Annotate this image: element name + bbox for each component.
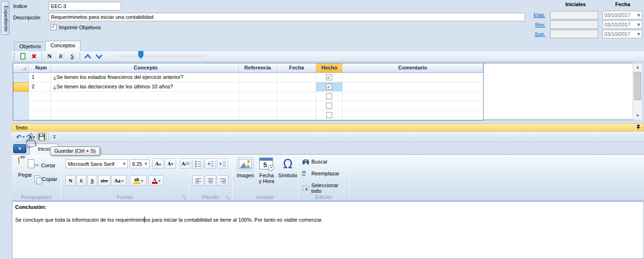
rev-link[interactable]: Rev.: [530, 22, 545, 27]
select-all-corner[interactable]: [13, 63, 29, 73]
cell-concepto[interactable]: ¿Se tienen las declarciones de los últim…: [51, 82, 239, 92]
underline-button[interactable]: S: [67, 52, 77, 61]
font-size-combo[interactable]: 8.25 ▼: [130, 159, 150, 168]
indice-input[interactable]: [49, 2, 121, 10]
seleccionar-todo-button[interactable]: Seleccionar todo: [302, 182, 349, 194]
cell-concepto[interactable]: [51, 111, 239, 120]
align-center-button[interactable]: [205, 175, 216, 186]
cell-hecho[interactable]: [316, 73, 343, 82]
imagen-button[interactable]: Imagen: [235, 157, 256, 178]
cell-referencia[interactable]: [239, 82, 277, 92]
expediente-side-tab[interactable]: Expediente: [1, 1, 9, 35]
cell-num[interactable]: [29, 92, 51, 101]
cell-fecha[interactable]: [277, 111, 316, 120]
table-row[interactable]: [13, 111, 483, 120]
hecho-checkbox[interactable]: [326, 103, 332, 109]
ribbon-bold-button[interactable]: N: [66, 175, 75, 186]
new-row-button[interactable]: [18, 52, 27, 61]
pegar-button[interactable]: Pegar: [16, 157, 34, 178]
sup-iniciales-input[interactable]: [550, 30, 598, 38]
cell-hecho[interactable]: [316, 101, 343, 111]
bullet-list-button[interactable]: [192, 158, 204, 169]
cell-comentario[interactable]: [343, 82, 483, 92]
cell-num[interactable]: 2: [29, 82, 51, 92]
cell-referencia[interactable]: [239, 73, 277, 82]
cell-hecho[interactable]: [316, 92, 343, 101]
grow-font-button[interactable]: A▲: [152, 158, 164, 169]
italic-button[interactable]: K: [56, 52, 66, 61]
cell-fecha[interactable]: [277, 73, 316, 82]
buscar-button[interactable]: Buscar: [302, 159, 327, 164]
table-row[interactable]: [13, 92, 483, 101]
row-gutter[interactable]: [13, 111, 29, 120]
cell-num[interactable]: 1: [29, 73, 51, 82]
cortar-button[interactable]: ✂ Cortar: [34, 162, 56, 169]
scroll-down-button[interactable]: ▼: [633, 112, 642, 120]
delete-row-button[interactable]: ✖: [29, 52, 39, 61]
move-up-button[interactable]: [83, 52, 92, 61]
increase-indent-button[interactable]: [217, 158, 228, 169]
descripcion-input[interactable]: [49, 13, 525, 21]
col-header-hecho[interactable]: Hecho: [316, 63, 343, 73]
col-header-comentario[interactable]: Comentario: [343, 63, 483, 73]
ribbon-italic-button[interactable]: K: [76, 175, 86, 186]
hecho-checkbox[interactable]: [326, 93, 332, 99]
col-header-concepto[interactable]: Concepto: [51, 63, 239, 73]
align-left-button[interactable]: [192, 175, 204, 186]
decrease-indent-button[interactable]: [205, 158, 216, 169]
save-button[interactable]: [37, 132, 47, 141]
elab-iniciales-input[interactable]: [550, 11, 598, 19]
imprimir-objetivos-checkbox[interactable]: [50, 24, 57, 30]
ribbon-underline-button[interactable]: S: [87, 175, 97, 186]
hecho-checkbox[interactable]: [326, 84, 332, 90]
col-header-referencia[interactable]: Referencia: [239, 63, 277, 73]
bold-button[interactable]: N: [45, 52, 54, 61]
zoom-slider-track[interactable]: [119, 55, 205, 57]
cell-comentario[interactable]: [343, 101, 483, 111]
rev-fecha-combo[interactable]: 03/10/2017 ▼: [602, 20, 642, 29]
table-row-selected[interactable]: 2 ¿Se tienen las declarciones de los últ…: [13, 82, 483, 92]
ribbon-menu-button[interactable]: ▼: [13, 144, 26, 153]
font-color-button[interactable]: A ▼: [149, 175, 164, 186]
cell-referencia[interactable]: [239, 92, 277, 101]
cell-fecha[interactable]: [277, 101, 316, 111]
sup-fecha-combo[interactable]: 03/10/2017 ▼: [602, 30, 642, 38]
cell-num[interactable]: [29, 101, 51, 111]
col-header-num[interactable]: Num: [29, 63, 51, 73]
rev-iniciales-input[interactable]: [550, 20, 598, 29]
highlight-button[interactable]: ab ▼: [130, 175, 147, 186]
cell-concepto[interactable]: [51, 92, 239, 101]
move-down-button[interactable]: [94, 52, 104, 61]
font-name-combo[interactable]: Microsoft Sans Serif ▼: [66, 159, 128, 168]
copiar-button[interactable]: Copiar: [34, 175, 57, 182]
cell-referencia[interactable]: [239, 111, 277, 120]
row-gutter-selected[interactable]: [13, 82, 29, 92]
simbolo-button[interactable]: Ω Símbolo: [277, 157, 298, 178]
vertical-scrollbar[interactable]: ▲ ▼: [633, 63, 643, 120]
row-gutter[interactable]: [13, 73, 29, 82]
cell-concepto[interactable]: [51, 101, 239, 111]
cell-comentario[interactable]: [343, 73, 483, 82]
cell-comentario[interactable]: [343, 92, 483, 101]
sup-link[interactable]: Sup.: [530, 31, 545, 37]
hecho-checkbox[interactable]: [326, 74, 332, 80]
elab-link[interactable]: Elab.: [530, 12, 545, 18]
strikethrough-button[interactable]: abe: [98, 175, 110, 186]
cell-comentario[interactable]: [343, 111, 483, 120]
cell-num[interactable]: [29, 111, 51, 120]
cell-concepto[interactable]: ¿Se tienen los estados financieros del e…: [51, 73, 239, 82]
table-row[interactable]: [13, 101, 483, 111]
table-row[interactable]: 1 ¿Se tienen los estados financieros del…: [13, 73, 483, 82]
cell-referencia[interactable]: [239, 101, 277, 111]
scroll-up-button[interactable]: ▲: [633, 63, 642, 71]
cell-fecha[interactable]: [277, 92, 316, 101]
cell-hecho[interactable]: [316, 111, 343, 120]
tab-conceptos[interactable]: Conceptos: [45, 41, 81, 51]
cell-fecha[interactable]: [277, 82, 316, 92]
conclusion-text-editor[interactable]: Conclusión: Se concluye que toda la info…: [12, 201, 644, 259]
texto-panel-header[interactable]: Texto: [12, 123, 644, 131]
fuente-dialog-launcher[interactable]: [183, 195, 187, 199]
hecho-checkbox[interactable]: [326, 112, 332, 118]
cell-hecho-selected[interactable]: [316, 82, 343, 92]
elab-fecha-combo[interactable]: 03/10/2017 ▼: [602, 11, 642, 19]
